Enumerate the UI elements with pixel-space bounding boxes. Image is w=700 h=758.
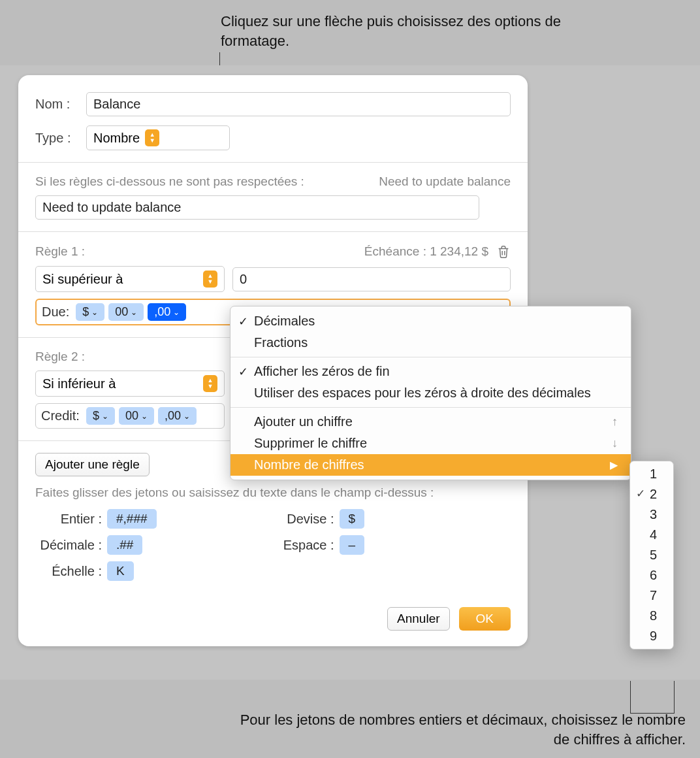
format-options-popup: Décimales Fractions Afficher les zéros d…: [230, 306, 631, 480]
stepper-icon: ▲▼: [145, 129, 159, 146]
menu-decimales[interactable]: Décimales: [231, 310, 631, 332]
token-integer[interactable]: 00⌄: [119, 407, 154, 425]
tg-entier-label: Entier :: [35, 512, 107, 527]
rule1-preview: Échéance : 1 234,12 $: [364, 244, 488, 259]
menu-zeros-fin[interactable]: Afficher les zéros de fin: [231, 361, 631, 382]
rule2-format-field[interactable]: Credit: $⌄ 00⌄ ,00⌄: [35, 403, 225, 429]
ok-button[interactable]: OK: [459, 607, 511, 631]
menu-ajouter-chiffre[interactable]: Ajouter un chiffre↑: [231, 411, 631, 433]
chevron-down-icon: ⌄: [141, 412, 148, 421]
token-integer[interactable]: 00⌄: [108, 303, 144, 321]
arrow-down-icon: ↓: [612, 437, 618, 450]
divider: [18, 162, 528, 163]
tg-decimale-chip[interactable]: .##: [107, 535, 142, 555]
name-label: Nom :: [35, 97, 86, 112]
name-input[interactable]: Balance: [86, 92, 511, 116]
tg-decimale-label: Décimale :: [35, 538, 107, 553]
digits-4[interactable]: 4: [630, 525, 673, 545]
tg-entier-chip[interactable]: #,###: [107, 509, 157, 529]
digits-3[interactable]: 3: [630, 504, 673, 525]
token-currency[interactable]: $⌄: [86, 407, 115, 425]
tg-espace-chip[interactable]: –: [340, 535, 365, 555]
token-decimal[interactable]: ,00⌄: [148, 303, 186, 321]
rule1-title: Règle 1 :: [35, 244, 85, 259]
rule1-value-input[interactable]: 0: [232, 267, 511, 291]
rule1-condition-value: Si supérieur à: [42, 272, 123, 287]
menu-fractions[interactable]: Fractions: [231, 332, 631, 354]
token-decimal[interactable]: ,00⌄: [158, 407, 197, 425]
chevron-right-icon: ▶: [610, 459, 618, 471]
fallback-preview: Need to update balance: [379, 174, 511, 189]
rule2-condition-select[interactable]: Si inférieur à ▲▼: [35, 371, 225, 397]
rule1-format-prefix: Due:: [42, 305, 69, 320]
callout-top-text: Cliquez sur une flèche puis choisissez d…: [221, 12, 626, 50]
digits-7[interactable]: 7: [630, 585, 673, 606]
tg-echelle-chip[interactable]: K: [107, 561, 134, 581]
callout-bottom-text: Pour les jetons de nombres entiers et dé…: [229, 710, 686, 749]
token-currency[interactable]: $⌄: [76, 303, 104, 321]
menu-divider: [231, 407, 631, 408]
stepper-icon: ▲▼: [203, 271, 217, 288]
digits-6[interactable]: 6: [630, 565, 673, 585]
type-select[interactable]: Nombre ▲▼: [86, 125, 230, 150]
trash-icon[interactable]: [496, 244, 511, 259]
tg-echelle-label: Échelle :: [35, 564, 107, 579]
chevron-down-icon: ⌄: [102, 412, 108, 421]
tg-devise-chip[interactable]: $: [340, 509, 365, 529]
menu-nombre-chiffres[interactable]: Nombre de chiffres▶: [231, 454, 631, 476]
digits-5[interactable]: 5: [630, 545, 673, 565]
stepper-icon: ▲▼: [203, 375, 217, 392]
add-rule-button[interactable]: Ajouter une règle: [35, 453, 150, 476]
chevron-down-icon: ⌄: [173, 308, 180, 317]
cancel-button[interactable]: Annuler: [387, 607, 450, 631]
digits-2[interactable]: 2: [630, 484, 673, 504]
rule2-title: Règle 2 :: [35, 350, 85, 364]
fallback-label: Si les règles ci-dessous ne sont pas res…: [35, 174, 304, 189]
fallback-input[interactable]: Need to update balance: [35, 195, 479, 220]
type-select-value: Nombre: [93, 131, 140, 146]
number-of-digits-submenu: 1 2 3 4 5 6 7 8 9: [629, 461, 674, 650]
menu-espaces-zeros[interactable]: Utiliser des espaces pour les zéros à dr…: [231, 382, 631, 404]
type-label: Type :: [35, 131, 86, 146]
rule1-condition-select[interactable]: Si supérieur à ▲▼: [35, 266, 225, 292]
digits-9[interactable]: 9: [630, 626, 673, 646]
digits-1[interactable]: 1: [630, 464, 673, 484]
tg-devise-label: Devise :: [268, 512, 340, 527]
digits-8[interactable]: 8: [630, 606, 673, 626]
rule2-format-prefix: Credit:: [41, 408, 80, 423]
tg-espace-label: Espace :: [268, 538, 340, 553]
chevron-down-icon: ⌄: [131, 308, 137, 317]
arrow-up-icon: ↑: [612, 415, 618, 429]
chevron-down-icon: ⌄: [183, 412, 190, 421]
chevron-down-icon: ⌄: [91, 308, 98, 317]
divider: [18, 231, 528, 232]
menu-divider: [231, 357, 631, 357]
tokens-hint: Faites glisser des jetons ou saisissez d…: [35, 486, 511, 500]
rule2-condition-value: Si inférieur à: [42, 376, 116, 391]
menu-supprimer-chiffre[interactable]: Supprimer le chiffre↓: [231, 433, 631, 454]
callout-bottom-connector: [630, 681, 675, 714]
